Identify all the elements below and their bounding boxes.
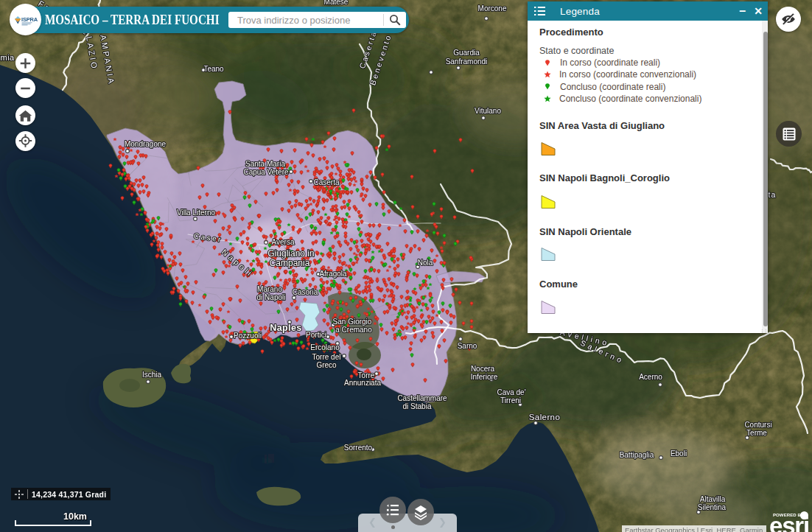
svg-text:Torre del: Torre del: [312, 353, 341, 361]
svg-text:rmia: rmia: [0, 53, 15, 62]
svg-text:Silentina: Silentina: [698, 503, 727, 511]
svg-text:Terme: Terme: [746, 429, 767, 437]
svg-text:Morcone: Morcone: [478, 4, 507, 13]
svg-text:Eboli: Eboli: [671, 449, 687, 458]
svg-text:ISPRA: ISPRA: [21, 16, 38, 23]
svg-text:Acerno: Acerno: [639, 373, 662, 381]
svg-text:a Cremano: a Cremano: [335, 326, 372, 334]
svg-text:Inferiore: Inferiore: [471, 373, 498, 381]
svg-text:Matese: Matese: [324, 0, 349, 6]
svg-text:Teano: Teano: [203, 65, 224, 73]
svg-text:Ischia: Ischia: [142, 371, 162, 379]
svg-text:di Napoli: di Napoli: [257, 293, 286, 301]
svg-text:Greco: Greco: [316, 361, 337, 369]
svg-text:Mondragone: Mondragone: [125, 140, 167, 148]
svg-text:Capua Vetere: Capua Vetere: [243, 168, 289, 176]
svg-text:Portici: Portici: [306, 331, 326, 339]
svg-text:Altavilla: Altavilla: [700, 495, 726, 503]
svg-text:Aversa: Aversa: [272, 238, 295, 246]
svg-text:Nola: Nola: [418, 259, 433, 267]
svg-text:Guardia: Guardia: [453, 49, 480, 57]
svg-text:San Giorgio: San Giorgio: [333, 318, 372, 326]
svg-text:Marano: Marano: [257, 285, 282, 293]
svg-text:Giugliano in: Giugliano in: [267, 248, 314, 259]
svg-text:Sorrento: Sorrento: [344, 444, 373, 452]
svg-text:ta: ta: [769, 190, 777, 199]
svg-text:Contursi: Contursi: [744, 421, 771, 429]
svg-text:Battipaglia: Battipaglia: [620, 451, 654, 459]
svg-text:Vitulano: Vitulano: [475, 107, 501, 115]
svg-text:Caserta: Caserta: [313, 178, 339, 186]
svg-text:Casoria: Casoria: [293, 288, 318, 296]
svg-text:Salerno: Salerno: [529, 413, 560, 421]
svg-text:di Stabia: di Stabia: [403, 402, 432, 410]
svg-text:Afragola: Afragola: [319, 270, 347, 278]
svg-text:Santa Maria: Santa Maria: [245, 160, 285, 168]
svg-text:Castellammare: Castellammare: [397, 394, 447, 402]
svg-text:Tirreni: Tirreni: [500, 396, 521, 405]
svg-text:Ercolano: Ercolano: [310, 343, 340, 351]
svg-text:Sanframondi: Sanframondi: [446, 57, 488, 66]
svg-text:Naples: Naples: [270, 323, 301, 333]
svg-text:Nocera: Nocera: [471, 365, 495, 373]
svg-text:Cava de': Cava de': [497, 388, 525, 396]
svg-text:Villa Literno: Villa Literno: [177, 209, 216, 217]
svg-text:Pozzuoli: Pozzuoli: [234, 332, 262, 340]
svg-text:Campania: Campania: [270, 258, 310, 268]
svg-text:Annunziata: Annunziata: [344, 379, 381, 387]
svg-text:Sarno: Sarno: [458, 342, 477, 350]
